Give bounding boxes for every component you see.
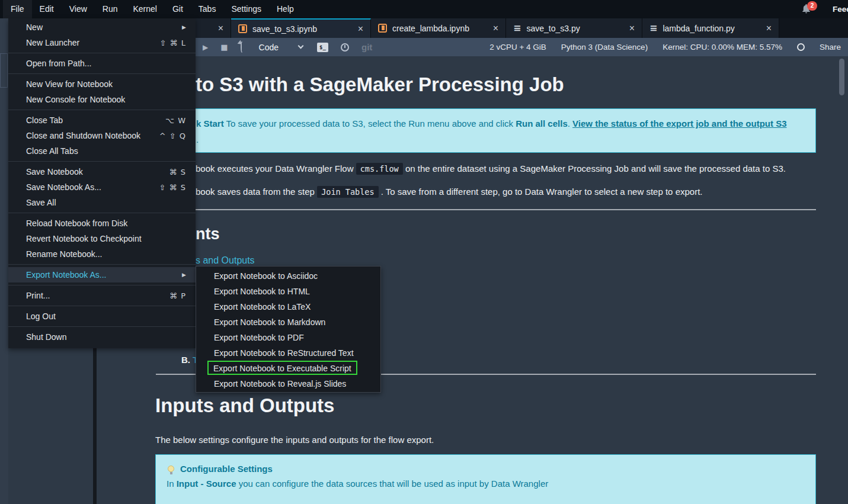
menubar-tabs[interactable]: Tabs <box>191 0 224 18</box>
menu-item-log-out[interactable]: Log Out <box>8 309 196 324</box>
menu-item-new[interactable]: New▶ <box>8 20 196 35</box>
menu-item-close-shutdown[interactable]: Close and Shutdown Notebook^ ⇧ Q <box>8 128 196 143</box>
submenu-item-markdown[interactable]: Export Notebook to Markdown <box>196 314 380 330</box>
share-button[interactable]: Share <box>820 43 841 52</box>
menu-item-close-tab[interactable]: Close Tab⌥ W <box>8 113 196 128</box>
quick-start-line2: . <box>196 134 199 145</box>
notification-badge: 2 <box>807 1 817 11</box>
submenu-item-asciidoc[interactable]: Export Notebook to Asciidoc <box>196 268 380 284</box>
inline-code-join-tables: Join Tables <box>317 186 378 198</box>
chevron-down-icon[interactable] <box>298 43 304 49</box>
feedback-button[interactable]: Feedback <box>833 5 848 14</box>
tab-save-to-s3-ipynb[interactable]: save_to_s3.ipynb × <box>231 18 371 38</box>
menubar-view[interactable]: View <box>62 0 95 18</box>
menu-item-label: New Console for Notebook <box>26 95 186 104</box>
history-clock-icon[interactable] <box>341 43 349 52</box>
close-icon[interactable]: × <box>493 24 498 33</box>
menubar: File Edit View Run Kernel Git Tabs Setti… <box>0 0 848 18</box>
menu-item-label: Export Notebook As... <box>26 270 182 280</box>
restart-kernel-icon[interactable] <box>241 41 243 53</box>
menu-item-open-from-path[interactable]: Open from Path... <box>8 56 196 71</box>
menubar-file[interactable]: File <box>3 0 32 18</box>
text-file-icon: ≡ <box>513 24 521 33</box>
submenu-item-revealjs-slides[interactable]: Export Notebook to Reveal.js Slides <box>196 376 380 391</box>
tab-save-to-s3-py[interactable]: ≡ save_to_s3.py × <box>506 18 642 38</box>
menu-item-new-view[interactable]: New View for Notebook <box>8 76 196 92</box>
menu-item-new-console[interactable]: New Console for Notebook <box>8 92 196 107</box>
submenu-item-html[interactable]: Export Notebook to HTML <box>196 284 380 299</box>
sagemaker-studio-window: × save_to_s3.ipynb × create_lambda.ipynb… <box>0 0 848 504</box>
notebook-toolbar: ▶ ■ Code $_ git 2 vCPU + 4 GiB Python 3 … <box>97 38 848 56</box>
kernel-status-icon[interactable] <box>797 43 805 51</box>
tab-lambda-function-py[interactable]: ≡ lambda_function.py × <box>642 18 779 38</box>
scrollbar-thumb[interactable] <box>839 59 844 95</box>
menu-item-label: Close All Tabs <box>26 146 186 156</box>
menubar-kernel[interactable]: Kernel <box>125 0 164 18</box>
menu-item-save-notebook-as[interactable]: Save Notebook As...⇧ ⌘ S <box>8 179 196 195</box>
menubar-help[interactable]: Help <box>269 0 302 18</box>
close-icon[interactable]: × <box>358 24 363 34</box>
menubar-run[interactable]: Run <box>95 0 126 18</box>
tab-label: save_to_s3.py <box>526 24 580 33</box>
submenu-item-restructured-text[interactable]: Export Notebook to ReStructured Text <box>196 345 380 361</box>
toc-link-inputs-outputs[interactable]: s and Outputs <box>196 255 255 266</box>
paragraph-text: book executes your Data Wrangler Flow <box>196 163 356 174</box>
menu-divider <box>8 53 196 53</box>
shortcut-label: ⌘ S <box>169 168 186 176</box>
menubar-settings[interactable]: Settings <box>223 0 269 18</box>
submenu-item-latex[interactable]: Export Notebook to LaTeX <box>196 299 380 314</box>
menu-item-print[interactable]: Print...⌘ P <box>8 288 196 303</box>
close-icon[interactable]: × <box>629 24 635 33</box>
menu-item-export-notebook-as[interactable]: Export Notebook As...▶ <box>8 267 196 283</box>
shortcut-label: ⇧ ⌘ L <box>160 38 186 47</box>
paragraph-flow: book executes your Data Wrangler Flow cm… <box>196 163 786 174</box>
quick-start-bold: k Start <box>196 118 224 129</box>
menu-item-label: Revert Notebook to Checkpoint <box>26 234 186 243</box>
cell-type-select[interactable]: Code <box>259 43 279 52</box>
quick-start-text: To save your processed data to S3, selec… <box>224 118 516 129</box>
menu-divider <box>8 161 196 162</box>
menu-item-new-launcher[interactable]: New Launcher⇧ ⌘ L <box>8 35 196 50</box>
paragraph-step: book saves data from the step Join Table… <box>196 187 703 197</box>
notebook-icon <box>378 24 387 33</box>
menu-item-save-all[interactable]: Save All <box>8 195 196 210</box>
instance-type-label[interactable]: 2 vCPU + 4 GiB <box>489 43 546 52</box>
menu-item-shut-down[interactable]: Shut Down <box>8 329 196 345</box>
shortcut-label: ⌥ W <box>165 116 186 125</box>
close-icon[interactable]: × <box>218 24 223 33</box>
run-cell-icon[interactable]: ▶ <box>203 43 208 52</box>
menu-item-revert-checkpoint[interactable]: Revert Notebook to Checkpoint <box>8 231 196 246</box>
menu-item-label: Close Tab <box>26 115 165 125</box>
lightbulb-icon <box>168 466 174 472</box>
quick-start-text-2: . <box>568 118 572 129</box>
submenu-item-pdf[interactable]: Export Notebook to PDF <box>196 330 380 345</box>
tab-create-lambda-ipynb[interactable]: create_lambda.ipynb × <box>371 18 506 38</box>
menu-item-save-notebook[interactable]: Save Notebook⌘ S <box>8 164 196 179</box>
menubar-git[interactable]: Git <box>165 0 191 18</box>
menu-divider <box>8 110 196 110</box>
menu-item-label: Save All <box>26 198 186 207</box>
notification-bell[interactable]: 2 <box>801 3 816 16</box>
sidebar-tab-slot[interactable] <box>0 53 8 88</box>
git-button[interactable]: git <box>361 42 372 52</box>
menu-item-reload-from-disk[interactable]: Reload Notebook from Disk <box>8 216 196 231</box>
stop-kernel-icon[interactable]: ■ <box>220 43 228 52</box>
close-icon[interactable]: × <box>766 24 772 33</box>
menu-item-close-all-tabs[interactable]: Close All Tabs <box>8 143 196 159</box>
menubar-edit[interactable]: Edit <box>32 0 62 18</box>
menu-item-label: New Launcher <box>26 38 160 47</box>
export-status-link[interactable]: View the status of the export job and th… <box>572 118 786 129</box>
kernel-name-label[interactable]: Python 3 (Data Science) <box>561 43 648 52</box>
submenu-item-executable-script[interactable]: Export Notebook to Executable Script <box>196 361 380 376</box>
menu-divider <box>8 264 196 265</box>
shortcut-label: ^ ⇧ Q <box>159 131 186 140</box>
submenu-arrow-icon: ▶ <box>182 24 186 30</box>
terminal-icon[interactable]: $_ <box>317 43 328 52</box>
export-submenu: Export Notebook to Asciidoc Export Noteb… <box>196 266 381 393</box>
paragraph-text: . To save from a different step, go to D… <box>379 187 703 197</box>
submenu-arrow-icon: ▶ <box>182 272 186 278</box>
menu-item-label: Print... <box>26 291 169 300</box>
inline-code-cms-flow: cms.flow <box>356 163 403 175</box>
callout-bold: Input - Source <box>177 479 236 489</box>
menu-item-rename-notebook[interactable]: Rename Notebook... <box>8 246 196 262</box>
